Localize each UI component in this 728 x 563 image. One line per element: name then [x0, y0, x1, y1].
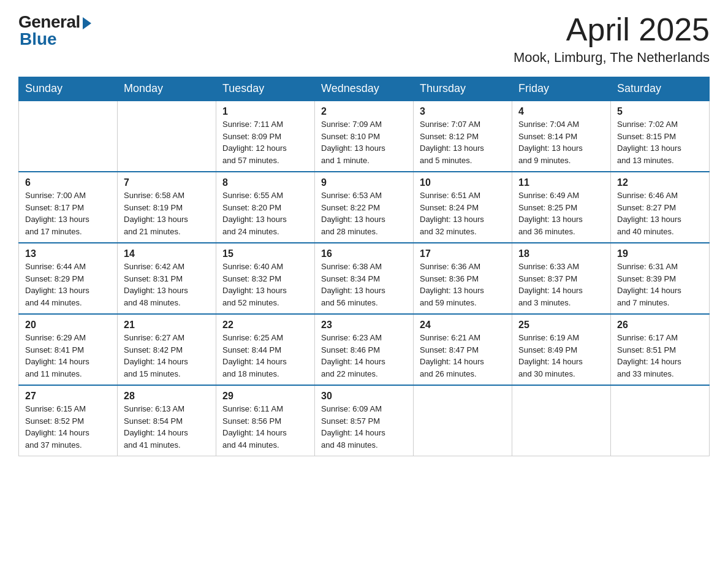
day-number: 10: [420, 177, 506, 188]
calendar-week-2: 6Sunrise: 7:00 AM Sunset: 8:17 PM Daylig…: [19, 172, 710, 243]
day-number: 13: [25, 248, 111, 259]
calendar-cell: 21Sunrise: 6:27 AM Sunset: 8:42 PM Dayli…: [118, 314, 216, 385]
day-number: 18: [518, 248, 604, 259]
day-number: 14: [124, 248, 210, 259]
day-info: Sunrise: 6:29 AM Sunset: 8:41 PM Dayligh…: [25, 332, 111, 380]
day-number: 30: [321, 391, 407, 402]
day-info: Sunrise: 6:17 AM Sunset: 8:51 PM Dayligh…: [617, 332, 703, 380]
day-number: 21: [124, 320, 210, 331]
calendar-cell: 15Sunrise: 6:40 AM Sunset: 8:32 PM Dayli…: [216, 243, 315, 314]
page-header: General Blue April 2025 Mook, Limburg, T…: [18, 12, 710, 66]
day-number: 15: [222, 248, 308, 259]
calendar-cell: 9Sunrise: 6:53 AM Sunset: 8:22 PM Daylig…: [315, 172, 414, 243]
day-info: Sunrise: 6:23 AM Sunset: 8:46 PM Dayligh…: [321, 332, 407, 380]
day-number: 24: [420, 320, 506, 331]
day-info: Sunrise: 7:04 AM Sunset: 8:14 PM Dayligh…: [518, 118, 604, 166]
day-info: Sunrise: 6:53 AM Sunset: 8:22 PM Dayligh…: [321, 190, 407, 237]
logo-blue-text: Blue: [20, 29, 57, 49]
calendar-cell: 27Sunrise: 6:15 AM Sunset: 8:52 PM Dayli…: [19, 385, 118, 456]
day-info: Sunrise: 6:19 AM Sunset: 8:49 PM Dayligh…: [518, 332, 604, 380]
calendar-cell: 14Sunrise: 6:42 AM Sunset: 8:31 PM Dayli…: [118, 243, 216, 314]
day-number: 8: [222, 177, 308, 188]
title-block: April 2025 Mook, Limburg, The Netherland…: [514, 12, 710, 66]
day-info: Sunrise: 7:09 AM Sunset: 8:10 PM Dayligh…: [321, 118, 407, 166]
calendar-cell: 4Sunrise: 7:04 AM Sunset: 8:14 PM Daylig…: [512, 101, 611, 172]
calendar-week-4: 20Sunrise: 6:29 AM Sunset: 8:41 PM Dayli…: [19, 314, 710, 385]
calendar-cell: [512, 385, 611, 456]
logo: General Blue: [18, 12, 91, 49]
day-number: 25: [518, 320, 604, 331]
day-info: Sunrise: 6:15 AM Sunset: 8:52 PM Dayligh…: [25, 403, 111, 451]
day-number: 9: [321, 177, 407, 188]
calendar-cell: 30Sunrise: 6:09 AM Sunset: 8:57 PM Dayli…: [315, 385, 414, 456]
day-number: 6: [25, 177, 111, 188]
calendar-cell: 29Sunrise: 6:11 AM Sunset: 8:56 PM Dayli…: [216, 385, 315, 456]
calendar-week-1: 1Sunrise: 7:11 AM Sunset: 8:09 PM Daylig…: [19, 101, 710, 172]
day-number: 20: [25, 320, 111, 331]
calendar-cell: [414, 385, 512, 456]
day-number: 5: [617, 106, 703, 117]
day-info: Sunrise: 7:07 AM Sunset: 8:12 PM Dayligh…: [420, 118, 506, 166]
calendar-cell: 24Sunrise: 6:21 AM Sunset: 8:47 PM Dayli…: [414, 314, 512, 385]
day-number: 17: [420, 248, 506, 259]
day-number: 11: [518, 177, 604, 188]
day-number: 26: [617, 320, 703, 331]
calendar-cell: 16Sunrise: 6:38 AM Sunset: 8:34 PM Dayli…: [315, 243, 414, 314]
calendar-cell: [19, 101, 118, 172]
day-info: Sunrise: 7:02 AM Sunset: 8:15 PM Dayligh…: [617, 118, 703, 166]
day-info: Sunrise: 6:38 AM Sunset: 8:34 PM Dayligh…: [321, 261, 407, 308]
day-number: 3: [420, 106, 506, 117]
day-info: Sunrise: 7:11 AM Sunset: 8:09 PM Dayligh…: [222, 118, 308, 166]
weekday-header-sunday: Sunday: [19, 77, 118, 101]
calendar-cell: 22Sunrise: 6:25 AM Sunset: 8:44 PM Dayli…: [216, 314, 315, 385]
day-number: 2: [321, 106, 407, 117]
day-info: Sunrise: 6:09 AM Sunset: 8:57 PM Dayligh…: [321, 403, 407, 451]
day-info: Sunrise: 6:46 AM Sunset: 8:27 PM Dayligh…: [617, 190, 703, 237]
day-info: Sunrise: 6:49 AM Sunset: 8:25 PM Dayligh…: [518, 190, 604, 237]
day-number: 7: [124, 177, 210, 188]
day-number: 16: [321, 248, 407, 259]
weekday-header-thursday: Thursday: [414, 77, 512, 101]
day-info: Sunrise: 6:21 AM Sunset: 8:47 PM Dayligh…: [420, 332, 506, 380]
calendar-week-5: 27Sunrise: 6:15 AM Sunset: 8:52 PM Dayli…: [19, 385, 710, 456]
calendar-cell: 10Sunrise: 6:51 AM Sunset: 8:24 PM Dayli…: [414, 172, 512, 243]
day-number: 4: [518, 106, 604, 117]
calendar-cell: [611, 385, 710, 456]
location-title: Mook, Limburg, The Netherlands: [514, 50, 710, 66]
calendar-cell: 3Sunrise: 7:07 AM Sunset: 8:12 PM Daylig…: [414, 101, 512, 172]
calendar-cell: 12Sunrise: 6:46 AM Sunset: 8:27 PM Dayli…: [611, 172, 710, 243]
calendar-cell: 5Sunrise: 7:02 AM Sunset: 8:15 PM Daylig…: [611, 101, 710, 172]
calendar-week-3: 13Sunrise: 6:44 AM Sunset: 8:29 PM Dayli…: [19, 243, 710, 314]
day-number: 19: [617, 248, 703, 259]
calendar-cell: 18Sunrise: 6:33 AM Sunset: 8:37 PM Dayli…: [512, 243, 611, 314]
weekday-header-friday: Friday: [512, 77, 611, 101]
day-info: Sunrise: 6:25 AM Sunset: 8:44 PM Dayligh…: [222, 332, 308, 380]
day-info: Sunrise: 7:00 AM Sunset: 8:17 PM Dayligh…: [25, 190, 111, 237]
calendar-cell: 13Sunrise: 6:44 AM Sunset: 8:29 PM Dayli…: [19, 243, 118, 314]
logo-arrow-icon: [83, 17, 91, 29]
calendar-cell: 20Sunrise: 6:29 AM Sunset: 8:41 PM Dayli…: [19, 314, 118, 385]
day-info: Sunrise: 6:55 AM Sunset: 8:20 PM Dayligh…: [222, 190, 308, 237]
day-info: Sunrise: 6:33 AM Sunset: 8:37 PM Dayligh…: [518, 261, 604, 308]
day-info: Sunrise: 6:44 AM Sunset: 8:29 PM Dayligh…: [25, 261, 111, 308]
calendar-table: SundayMondayTuesdayWednesdayThursdayFrid…: [18, 77, 710, 456]
calendar-cell: 1Sunrise: 7:11 AM Sunset: 8:09 PM Daylig…: [216, 101, 315, 172]
calendar-cell: 19Sunrise: 6:31 AM Sunset: 8:39 PM Dayli…: [611, 243, 710, 314]
day-number: 27: [25, 391, 111, 402]
day-number: 12: [617, 177, 703, 188]
day-info: Sunrise: 6:42 AM Sunset: 8:31 PM Dayligh…: [124, 261, 210, 308]
calendar-cell: 23Sunrise: 6:23 AM Sunset: 8:46 PM Dayli…: [315, 314, 414, 385]
calendar-cell: 26Sunrise: 6:17 AM Sunset: 8:51 PM Dayli…: [611, 314, 710, 385]
calendar-cell: 8Sunrise: 6:55 AM Sunset: 8:20 PM Daylig…: [216, 172, 315, 243]
day-number: 29: [222, 391, 308, 402]
day-number: 28: [124, 391, 210, 402]
weekday-header-saturday: Saturday: [611, 77, 710, 101]
day-info: Sunrise: 6:40 AM Sunset: 8:32 PM Dayligh…: [222, 261, 308, 308]
day-info: Sunrise: 6:11 AM Sunset: 8:56 PM Dayligh…: [222, 403, 308, 451]
day-info: Sunrise: 6:58 AM Sunset: 8:19 PM Dayligh…: [124, 190, 210, 237]
day-info: Sunrise: 6:36 AM Sunset: 8:36 PM Dayligh…: [420, 261, 506, 308]
weekday-header-row: SundayMondayTuesdayWednesdayThursdayFrid…: [19, 77, 710, 101]
day-info: Sunrise: 6:51 AM Sunset: 8:24 PM Dayligh…: [420, 190, 506, 237]
day-info: Sunrise: 6:13 AM Sunset: 8:54 PM Dayligh…: [124, 403, 210, 451]
weekday-header-monday: Monday: [118, 77, 216, 101]
